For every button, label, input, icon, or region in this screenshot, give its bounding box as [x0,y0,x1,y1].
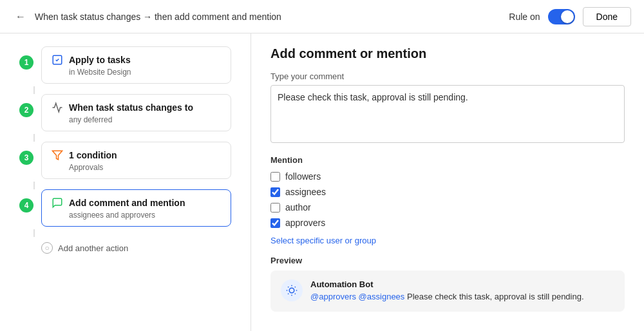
right-panel: Add comment or mention Type your comment… [251,33,644,331]
left-panel: 1 Apply to tasks in Website Design 2 [0,33,251,331]
rule-toggle[interactable] [548,9,575,24]
preview-box: Automation Bot @approvers @assignees Ple… [270,270,625,312]
step-1-title: Apply to tasks [69,55,131,65]
select-user-link[interactable]: Select specific user or group [270,236,376,245]
approvers-label: approvers [285,218,325,228]
checkbox-row-approvers[interactable]: approvers [270,218,625,228]
step-card-3[interactable]: 1 condition Approvals [41,142,231,179]
assignees-label: assignees [285,187,326,197]
step-4-subtitle: assignees and approvers [69,211,222,220]
status-icon [51,101,64,114]
step-number-1: 1 [19,55,33,70]
connector-4 [33,229,35,237]
step-card-2[interactable]: When task status changes to any deferred [41,94,231,131]
step-2-title: When task status changes to [69,102,193,113]
step-2-header: When task status changes to [51,101,222,114]
done-button[interactable]: Done [583,7,631,26]
step-1-header: Apply to tasks [51,53,222,66]
add-action-label: Add another action [58,243,128,253]
panel-title: Add comment or mention [270,46,625,61]
step-4-title: Add comment and mention [69,198,185,208]
step-number-3: 3 [19,151,33,165]
comment-icon [51,196,64,209]
step-3-title: 1 condition [69,150,117,160]
step-number-2: 2 [19,103,33,117]
step-row-1: 1 Apply to tasks in Website Design [19,46,231,84]
author-checkbox[interactable] [270,203,280,213]
rule-on-label: Rule on [509,12,540,22]
comment-label: Type your comment [270,71,625,81]
main-layout: 1 Apply to tasks in Website Design 2 [0,33,644,331]
checkbox-row-followers[interactable]: followers [270,171,625,182]
checkbox-row-author[interactable]: author [270,202,625,213]
add-action-row[interactable]: ○ Add another action [41,242,231,254]
checkbox-row-assignees[interactable]: assignees [270,187,625,197]
step-card-4[interactable]: Add comment and mention assignees and ap… [41,189,231,227]
comment-textarea[interactable] [270,85,625,143]
preview-mentions: @approvers @assignees [310,292,404,301]
back-button[interactable]: ← [13,8,28,25]
bot-name: Automation Bot [310,279,614,289]
step-1-subtitle: in Website Design [69,68,222,77]
svg-marker-1 [53,151,62,160]
step-2-subtitle: any deferred [69,115,222,124]
preview-text: @approvers @assignees Please check this … [310,291,614,303]
header-title: When task status changes → then add comm… [35,12,281,22]
bot-avatar [281,279,303,301]
header-left: ← When task status changes → then add co… [13,8,281,25]
step-row-3: 3 1 condition Approvals [19,142,231,179]
preview-content: Automation Bot @approvers @assignees Ple… [310,279,614,303]
svg-point-2 [289,288,294,293]
filter-icon [51,149,64,162]
approvers-checkbox[interactable] [270,218,280,228]
author-label: author [285,202,311,213]
preview-label: Preview [270,256,625,265]
followers-checkbox[interactable] [270,172,280,182]
tasks-icon [51,53,64,66]
connector-2 [33,134,35,142]
step-row-4: 4 Add comment and mention assignees and … [19,189,231,227]
step-card-1[interactable]: Apply to tasks in Website Design [41,46,231,84]
connector-1 [33,86,35,94]
connector-3 [33,182,35,189]
header: ← When task status changes → then add co… [0,0,644,33]
step-row-2: 2 When task status changes to any deferr… [19,94,231,131]
step-number-4: 4 [19,198,33,213]
step-4-header: Add comment and mention [51,196,222,209]
step-3-header: 1 condition [51,149,222,162]
step-3-subtitle: Approvals [69,163,222,172]
followers-label: followers [285,171,321,182]
add-action-circle: ○ [41,242,53,254]
header-right: Rule on Done [509,7,631,26]
mention-label: Mention [270,155,625,165]
preview-message: Please check this task, approval is stil… [404,292,583,301]
assignees-checkbox[interactable] [270,187,280,197]
